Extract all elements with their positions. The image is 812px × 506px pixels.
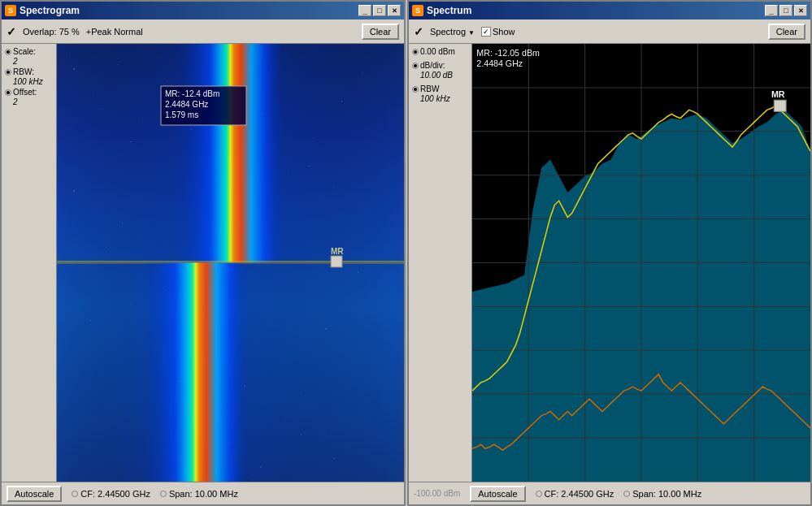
spectrum-close-button[interactable]: [794, 5, 807, 16]
rbw-right-radio[interactable]: [412, 86, 419, 93]
svg-rect-48: [252, 474, 253, 475]
svg-rect-38: [313, 137, 314, 138]
clear-button[interactable]: Clear: [362, 24, 399, 40]
svg-rect-59: [331, 256, 342, 267]
svg-rect-40: [362, 72, 363, 73]
span-label: Span: 10.00 MHz: [169, 489, 238, 499]
spectrum-clear-button[interactable]: Clear: [768, 24, 805, 40]
svg-text:MR: MR: [331, 247, 344, 256]
spectrum-icon: S: [412, 5, 423, 16]
svg-rect-39: [337, 186, 338, 187]
spectrogram-title-bar: S Spectrogram: [2, 2, 404, 19]
minimize-button[interactable]: [358, 5, 371, 16]
spectrogram-title: Spectrogram: [20, 5, 80, 16]
side-controls: Scale: 2 RBW: 100 kHz Offset: 2: [2, 44, 57, 482]
offset-label: Offset:: [13, 88, 37, 97]
offset-value: 2: [13, 97, 53, 106]
spectrum-title: Spectrum: [427, 5, 471, 16]
scale-value: 2: [13, 57, 53, 66]
svg-rect-45: [179, 377, 180, 378]
spectrogram-toolbar: ✓ Overlap: 75 % +Peak Normal Clear: [2, 19, 404, 44]
spectrum-window: S Spectrum ✓ Spectrog ▼ ✓ Show Clear 0.: [407, 0, 812, 506]
svg-text:MR: -12.4 dBm: MR: -12.4 dBm: [165, 89, 219, 98]
ref-label: 0.00 dBm: [420, 47, 455, 56]
spectrum-title-bar: S Spectrum: [409, 2, 810, 19]
svg-rect-30: [118, 64, 119, 65]
span-radio: [160, 491, 167, 497]
offset-control: Offset: 2: [5, 88, 53, 106]
spectrum-bottom-bar: -100.00 dBm Autoscale CF: 2.44500 GHz Sp…: [409, 482, 810, 504]
svg-rect-28: [69, 56, 70, 57]
offset-radio[interactable]: [5, 89, 11, 96]
spectrum-display[interactable]: MR: -12.05 dBm 2.4484 GHz MR: [472, 44, 810, 482]
svg-rect-25: [57, 44, 404, 263]
rbw-radio[interactable]: [5, 69, 11, 76]
show-label: Show: [493, 27, 515, 37]
rbw-right-value: 100 kHz: [420, 94, 468, 103]
svg-rect-44: [154, 344, 155, 345]
cf-radio: [72, 491, 78, 497]
bottom-dbm-label: -100.00 dBm: [414, 489, 460, 498]
spectrum-maximize-button[interactable]: [779, 5, 792, 16]
spectrog-dropdown[interactable]: Spectrog: [430, 27, 466, 37]
spectrogram-icon: S: [5, 5, 16, 16]
svg-rect-50: [301, 393, 302, 394]
rbw-control: RBW: 100 kHz: [5, 67, 53, 86]
dbdiv-value: 10.00 dB: [420, 71, 468, 80]
spectrum-check-mark[interactable]: ✓: [414, 25, 423, 38]
dropdown-arrow: ▼: [468, 29, 475, 37]
svg-rect-31: [142, 121, 143, 122]
spectrum-toolbar: ✓ Spectrog ▼ ✓ Show Clear: [409, 19, 810, 44]
svg-rect-27: [57, 263, 404, 482]
scale-label: Scale:: [13, 47, 36, 56]
svg-rect-41: [81, 206, 82, 207]
dbdiv-radio[interactable]: [412, 63, 419, 69]
svg-rect-37: [289, 170, 289, 171]
ref-radio[interactable]: [412, 49, 419, 55]
spectrum-minimize-button[interactable]: [765, 5, 778, 16]
svg-rect-35: [240, 154, 241, 154]
show-checkbox-container: ✓ Show: [481, 27, 515, 37]
overlap-label: Overlap: 75 %: [23, 27, 80, 37]
spectrum-left-labels: 0.00 dBm dB/div: 10.00 dB RBW 100 kHz: [409, 44, 472, 482]
cf-label: CF: 2.44500 GHz: [80, 489, 150, 499]
svg-rect-29: [93, 93, 94, 93]
svg-rect-33: [191, 129, 192, 130]
dbdiv-label: dB/div:: [420, 61, 445, 70]
svg-text:MR: MR: [771, 90, 785, 99]
rbw-label: RBW:: [13, 67, 34, 76]
spectrum-span-label: Span: 10.00 MHz: [632, 489, 701, 499]
scale-control: Scale: 2: [5, 47, 53, 66]
svg-rect-47: [228, 442, 228, 443]
spectrogram-content: Scale: 2 RBW: 100 kHz Offset: 2: [2, 44, 404, 482]
spectrum-cf-radio: [536, 491, 542, 497]
svg-text:1.579 ms: 1.579 ms: [165, 110, 198, 119]
rbw-value: 100 kHz: [13, 77, 53, 86]
spectrogram-window: S Spectrogram ✓ Overlap: 75 % +Peak Norm…: [0, 0, 406, 506]
show-checkbox[interactable]: ✓: [481, 27, 491, 37]
svg-rect-43: [130, 304, 131, 305]
spectrum-content: 0.00 dBm dB/div: 10.00 dB RBW 100 kHz: [409, 44, 810, 482]
spectrum-autoscale-button[interactable]: Autoscale: [470, 486, 525, 502]
rbw-right-label: RBW: [420, 84, 439, 93]
svg-rect-46: [203, 417, 204, 418]
spectrum-span-radio: [623, 491, 630, 497]
svg-text:MR: -12.05 dBm: MR: -12.05 dBm: [476, 49, 540, 58]
check-mark[interactable]: ✓: [7, 25, 16, 38]
close-button[interactable]: [388, 5, 401, 16]
svg-rect-36: [264, 113, 265, 114]
svg-rect-79: [774, 100, 786, 111]
spectrogram-display[interactable]: MR: -12.4 dBm 2.4484 GHz 1.579 ms MR: [57, 44, 404, 482]
svg-rect-51: [325, 434, 326, 435]
svg-text:2.4484 GHz: 2.4484 GHz: [476, 60, 523, 69]
maximize-button[interactable]: [373, 5, 386, 16]
spectrogram-bottom-bar: Autoscale CF: 2.44500 GHz Span: 10.00 MH…: [2, 482, 404, 504]
svg-rect-42: [106, 247, 106, 248]
svg-rect-32: [167, 80, 167, 81]
svg-text:2.4484 GHz: 2.4484 GHz: [165, 100, 208, 109]
spectrum-cf-label: CF: 2.44500 GHz: [545, 489, 614, 499]
scale-radio[interactable]: [5, 49, 11, 55]
peak-label: +Peak Normal: [86, 27, 143, 37]
autoscale-button[interactable]: Autoscale: [7, 486, 62, 502]
